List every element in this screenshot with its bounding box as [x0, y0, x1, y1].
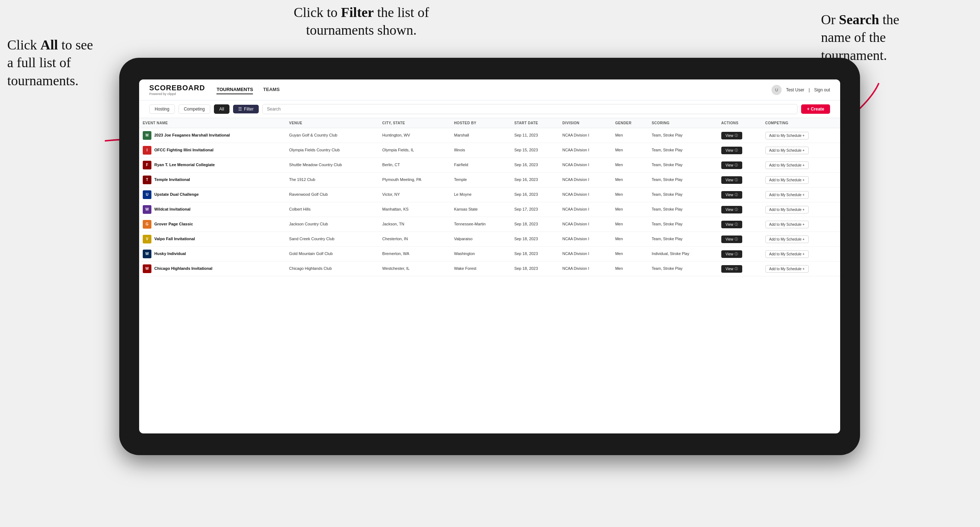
view-button-2[interactable]: View ⓘ	[721, 162, 743, 169]
add-schedule-button-1[interactable]: Add to My Schedule +	[765, 147, 809, 154]
cell-competing-7: Add to My Schedule +	[762, 232, 840, 247]
cell-city-9: Westchester, IL	[379, 262, 450, 276]
cell-scoring-6: Team, Stroke Play	[648, 217, 718, 232]
nav-tab-tournaments[interactable]: TOURNAMENTS	[216, 85, 253, 94]
col-gender: GENDER	[611, 118, 648, 128]
cell-actions-5: View ⓘ	[718, 202, 762, 217]
view-button-4[interactable]: View ⓘ	[721, 191, 743, 198]
col-event-name: EVENT NAME	[139, 118, 285, 128]
header-right: U Test User | Sign out	[772, 85, 830, 95]
nav-tab-teams[interactable]: TEAMS	[263, 85, 280, 94]
cell-hosted-9: Wake Forest	[450, 262, 511, 276]
cell-venue-3: The 1912 Club	[285, 173, 379, 187]
table-row: F Ryan T. Lee Memorial Collegiate Shuttl…	[139, 158, 840, 173]
cell-actions-2: View ⓘ	[718, 158, 762, 173]
view-button-9[interactable]: View ⓘ	[721, 265, 743, 273]
view-button-3[interactable]: View ⓘ	[721, 176, 743, 184]
cell-event-9: W Chicago Highlands Invitational	[139, 262, 285, 276]
event-cell-6: G Grover Page Classic	[143, 220, 282, 229]
event-cell-0: M 2023 Joe Feaganes Marshall Invitationa…	[143, 131, 282, 140]
cell-division-6: NCAA Division I	[558, 217, 611, 232]
cell-actions-3: View ⓘ	[718, 173, 762, 187]
cell-gender-8: Men	[611, 247, 648, 262]
event-cell-7: V Valpo Fall Invitational	[143, 235, 282, 243]
table-header-row: EVENT NAME VENUE CITY, STATE HOSTED BY S…	[139, 118, 840, 128]
event-name-0: 2023 Joe Feaganes Marshall Invitational	[154, 133, 230, 138]
col-start-date: START DATE	[511, 118, 558, 128]
cell-competing-0: Add to My Schedule +	[762, 128, 840, 143]
tab-hosting[interactable]: Hosting	[149, 105, 175, 114]
search-input[interactable]	[262, 104, 798, 114]
cell-date-1: Sep 15, 2023	[511, 143, 558, 158]
cell-scoring-2: Team, Stroke Play	[648, 158, 718, 173]
cell-date-8: Sep 18, 2023	[511, 247, 558, 262]
cell-actions-1: View ⓘ	[718, 143, 762, 158]
cell-gender-4: Men	[611, 187, 648, 202]
view-info-icon-2: ⓘ	[735, 163, 738, 168]
view-button-5[interactable]: View ⓘ	[721, 206, 743, 213]
cell-hosted-7: Valparaiso	[450, 232, 511, 247]
add-schedule-button-5[interactable]: Add to My Schedule +	[765, 206, 809, 213]
cell-division-5: NCAA Division I	[558, 202, 611, 217]
cell-gender-5: Men	[611, 202, 648, 217]
table-container[interactable]: EVENT NAME VENUE CITY, STATE HOSTED BY S…	[139, 118, 840, 433]
view-button-7[interactable]: View ⓘ	[721, 235, 743, 243]
view-button-6[interactable]: View ⓘ	[721, 221, 743, 228]
view-info-icon-0: ⓘ	[735, 133, 738, 138]
col-city-state: CITY, STATE	[379, 118, 450, 128]
team-logo-5: W	[143, 205, 151, 214]
cell-gender-9: Men	[611, 262, 648, 276]
view-info-icon-1: ⓘ	[735, 148, 738, 153]
filter-button[interactable]: ☰ Filter	[233, 105, 259, 113]
add-schedule-button-3[interactable]: Add to My Schedule +	[765, 176, 809, 184]
team-logo-4: U	[143, 190, 151, 199]
cell-competing-8: Add to My Schedule +	[762, 247, 840, 262]
view-button-1[interactable]: View ⓘ	[721, 147, 743, 154]
event-name-7: Valpo Fall Invitational	[154, 236, 195, 242]
add-schedule-button-7[interactable]: Add to My Schedule +	[765, 235, 809, 243]
add-schedule-button-6[interactable]: Add to My Schedule +	[765, 221, 809, 228]
cell-city-8: Bremerton, WA	[379, 247, 450, 262]
cell-venue-9: Chicago Highlands Club	[285, 262, 379, 276]
annotation-all: Click All to seea full list oftournament…	[7, 36, 116, 90]
event-name-8: Husky Individual	[154, 251, 186, 256]
add-schedule-button-9[interactable]: Add to My Schedule +	[765, 265, 809, 273]
view-button-8[interactable]: View ⓘ	[721, 250, 743, 258]
tab-competing[interactable]: Competing	[178, 105, 210, 114]
sign-out-link[interactable]: Sign out	[814, 87, 830, 92]
cell-date-6: Sep 18, 2023	[511, 217, 558, 232]
logo-text: SCOREBOARD	[149, 84, 205, 92]
filter-icon: ☰	[238, 106, 242, 112]
add-schedule-button-8[interactable]: Add to My Schedule +	[765, 250, 809, 258]
user-name: Test User	[786, 87, 804, 92]
toolbar: Hosting Competing All ☰ Filter + Create	[139, 100, 840, 118]
tab-all[interactable]: All	[214, 105, 229, 114]
tablet-screen: SCOREBOARD Powered by clippd TOURNAMENTS…	[139, 79, 840, 433]
cell-hosted-3: Temple	[450, 173, 511, 187]
event-name-1: OFCC Fighting Illini Invitational	[154, 148, 213, 153]
logo-area: SCOREBOARD Powered by clippd	[149, 84, 205, 96]
create-button[interactable]: + Create	[801, 105, 830, 114]
team-logo-1: I	[143, 146, 151, 155]
cell-hosted-8: Washington	[450, 247, 511, 262]
cell-division-2: NCAA Division I	[558, 158, 611, 173]
col-competing: COMPETING	[762, 118, 840, 128]
add-schedule-button-4[interactable]: Add to My Schedule +	[765, 191, 809, 198]
view-button-0[interactable]: View ⓘ	[721, 132, 743, 140]
cell-hosted-5: Kansas State	[450, 202, 511, 217]
team-logo-0: M	[143, 131, 151, 140]
event-name-5: Wildcat Invitational	[154, 206, 191, 212]
cell-division-0: NCAA Division I	[558, 128, 611, 143]
view-info-icon-5: ⓘ	[735, 207, 738, 212]
cell-event-0: M 2023 Joe Feaganes Marshall Invitationa…	[139, 128, 285, 143]
add-schedule-button-0[interactable]: Add to My Schedule +	[765, 132, 809, 140]
cell-gender-0: Men	[611, 128, 648, 143]
event-name-6: Grover Page Classic	[154, 221, 193, 227]
view-info-icon-3: ⓘ	[735, 178, 738, 183]
cell-gender-1: Men	[611, 143, 648, 158]
filter-label: Filter	[244, 106, 254, 112]
team-logo-3: T	[143, 176, 151, 184]
table-row: G Grover Page Classic Jackson Country Cl…	[139, 217, 840, 232]
add-schedule-button-2[interactable]: Add to My Schedule +	[765, 162, 809, 169]
view-info-icon-9: ⓘ	[735, 267, 738, 271]
